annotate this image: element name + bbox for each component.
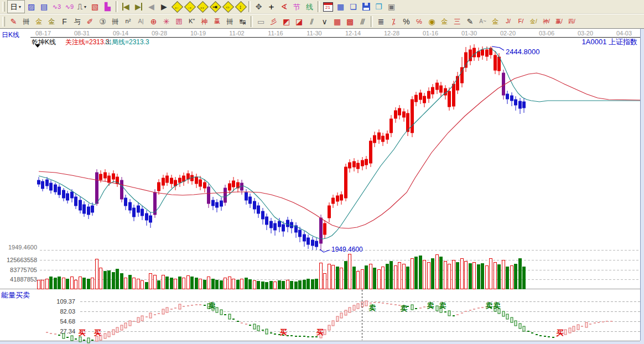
percent-button[interactable]: % [400,15,413,28]
overlay-stock-button[interactable]: ▧ [89,1,101,13]
shen-tool-button[interactable]: 神 [198,15,211,28]
zoom-out-diamond-button[interactable]: ⇔ [221,1,234,13]
system-export-button[interactable]: ▣ [385,1,398,13]
three-levels-button[interactable]: 三 [451,15,464,28]
wave-9-button[interactable]: ∿9 [63,1,76,13]
date-tick-01-16: 01-16 [418,30,443,37]
quote-list-button[interactable]: ▤ [38,1,50,13]
volume-bar [519,258,522,289]
calculator-button[interactable]: ▦ [334,1,347,13]
curve-grid-button[interactable]: 与 [71,15,84,28]
a-vertical-button[interactable]: A| [134,15,147,28]
volume-bar [253,280,256,289]
hash-lines-2-button[interactable]: 卌 [109,15,122,28]
gold-slash-button[interactable]: 金/ [527,15,540,28]
ruler-grid-button[interactable]: 卌 [224,15,236,28]
page-forward-button[interactable]: ▶ [158,1,170,13]
chart-canvas[interactable]: 买买卖买买卖卖卖卖卖卖买 [0,28,644,344]
n-squared-button[interactable]: n² [122,15,134,28]
period-daily-button[interactable]: 日▼ [7,0,25,13]
page-back-button[interactable]: ◀ [145,1,158,13]
compress-diamond-button[interactable]: ⇥ [209,1,221,13]
candle-body-r [328,206,331,218]
indicator-dash-up [241,322,243,324]
crosshair-button[interactable]: + [265,1,278,13]
f-slash-button[interactable]: F/ [515,15,527,28]
volume-bar [54,278,57,289]
gold-grid-1-button[interactable]: 金 [33,15,45,28]
formula-name[interactable]: 乾坤K线 [32,38,56,47]
pencil-tool-button[interactable]: ✎ [7,15,20,28]
percent-line-button[interactable]: ℅ [413,15,425,28]
brush-tool-button[interactable]: ✐ [84,15,96,28]
period-label[interactable]: 日K线 [2,30,19,40]
ying-tool-button[interactable]: 赢 [211,15,224,28]
symbol-label[interactable]: 1A0001 上证指数 [553,37,637,47]
indicator-bar-up [96,336,98,341]
indicator-dash-up [174,307,176,309]
gold-level-button[interactable]: 金 [438,15,451,28]
fan-box-1-button[interactable]: ◩ [280,15,293,28]
j-slash-button[interactable]: J/ [502,15,515,28]
chart-window-icon-button[interactable]: ▨ [25,1,38,13]
candle-body-r [204,183,206,188]
boxed-grid-button[interactable]: 囲 [173,15,185,28]
candle-body-b [79,200,82,210]
candle-style-button[interactable]: ⎍▼ [76,1,89,13]
width-measure-button[interactable]: ↹ [236,15,249,28]
candle-body-b [287,220,289,227]
a-wave-button[interactable]: A~ [476,15,489,28]
wave-3-button[interactable]: ∿3 [50,1,63,13]
rect-grid-button[interactable]: ▭ [255,15,267,28]
star-tool-button[interactable]: ✳ [160,15,173,28]
hash-lines-button[interactable]: 卌 [20,15,33,28]
save-button[interactable] [360,1,372,13]
percent-strike-button[interactable]: ⁒ [387,15,400,28]
goto-last-button[interactable]: ▶ [132,1,145,13]
si-slash-button[interactable]: 四/ [565,15,578,28]
shift-right-diamond-button[interactable]: → [183,1,196,13]
gann-tool-button[interactable]: 节 [290,1,303,13]
ying-slash-button[interactable]: 赢/ [553,15,565,28]
angle-lines-button[interactable]: ⫽ [305,15,318,28]
gold-wave-button[interactable]: 金 [489,15,502,28]
k-marks-button[interactable]: K" [185,15,198,28]
ray-fan-button[interactable]: 彡 [267,15,280,28]
indicator-dash-up [423,306,425,307]
red-grid-2-button[interactable]: ▩ [344,15,356,28]
red-grid-1-button[interactable]: ▦ [331,15,344,28]
gold-grid-2-button[interactable]: 金 [45,15,58,28]
curve-tool-button[interactable]: 线 [303,1,316,13]
candle-body-b [216,202,219,207]
hash-lines-2-icon: 卌 [112,18,119,25]
zoom-in-diamond-button[interactable]: ↕ [234,1,247,13]
zigzag-button[interactable]: ∨ [318,15,331,28]
a-vertical-icon: A| [138,18,143,24]
calendar-button[interactable]: 21 [321,1,334,13]
color-volume-button[interactable]: ▙ [101,1,114,13]
parallel-lines-button[interactable]: ⫻ [356,15,369,28]
chart-area[interactable]: 买买卖买买卖卖卖卖卖卖买 日K线 乾坤K线 关注线=2313.3 出局线=231… [0,28,644,344]
shen-slash-button[interactable]: 神/ [540,15,553,28]
volume-bar [394,265,397,289]
f-grid-button[interactable]: F [58,15,71,28]
angle-measure-button[interactable]: ∢ [278,1,290,13]
circle-3-button[interactable]: ③ [96,15,109,28]
data-copy-button[interactable]: ❐ [372,1,385,13]
sub-indicator-name[interactable]: 能量买卖 [1,290,30,300]
list-levels-button[interactable]: ≣ [375,15,387,28]
candle-body-b [58,187,61,195]
fan-box-2-button[interactable]: ◪ [293,15,305,28]
expand-diamond-button[interactable]: ↔ [196,1,209,13]
circle-cross-button[interactable]: ⊕ [147,15,160,28]
date-tick-04-03: 04-03 [612,30,636,37]
pan-hand-button[interactable]: ✥ [252,1,265,13]
goto-first-button[interactable]: ◀ [120,1,132,13]
candle-body-b [75,197,77,206]
pen-measure-button[interactable]: ✎ [464,15,476,28]
volume-bar [116,269,119,289]
gold-circle-button[interactable]: ◉ [425,15,438,28]
volume-bar [121,273,123,289]
memo-button[interactable]: ❏ [347,1,360,13]
shift-left-diamond-button[interactable]: ← [170,1,183,13]
